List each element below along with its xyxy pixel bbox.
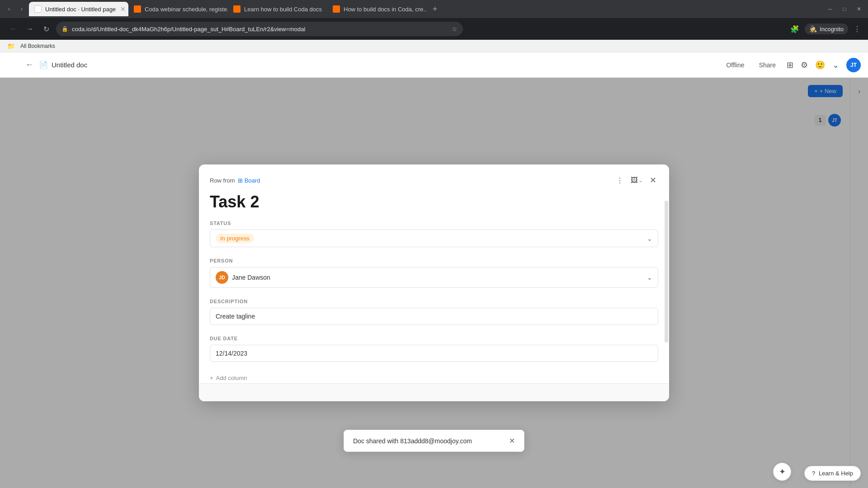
description-label: DESCRIPTION — [210, 299, 658, 304]
tab-2[interactable]: Coda webinar schedule, registe... ✕ — [128, 2, 228, 16]
modal-scrollbar[interactable] — [665, 201, 668, 343]
tab-1-label: Untitled doc · Untitled page — [45, 6, 116, 13]
maximize-button[interactable]: □ — [839, 4, 850, 14]
tab-3-favicon — [233, 5, 241, 13]
due-date-value: 12/14/2023 — [216, 350, 247, 357]
learn-help-label: Learn & Help — [819, 470, 853, 477]
tab-4[interactable]: How to build docs in Coda, cre... ✕ — [327, 2, 427, 16]
row-from-text: Row from — [210, 177, 235, 184]
ai-button[interactable]: ✦ — [773, 463, 791, 481]
bookmarks-icon: 📁 — [7, 42, 15, 50]
tab-nav-forward[interactable]: › — [16, 4, 27, 14]
modal-title-section: Task 2 — [199, 192, 669, 221]
doc-back-button[interactable]: ← — [25, 60, 33, 70]
tab-nav-back[interactable]: ‹ — [4, 4, 14, 14]
due-date-field[interactable]: 12/14/2023 — [210, 345, 658, 362]
status-badge: In progress — [216, 234, 254, 243]
incognito-badge: 🕵 Incognito — [805, 23, 848, 34]
person-field: JD Jane Dawson — [216, 271, 270, 284]
row-from-label: Row from ⊞ Board — [210, 177, 260, 184]
board-link-label: Board — [245, 177, 260, 184]
offline-button[interactable]: Offline — [722, 60, 748, 70]
toast-close-button[interactable]: ✕ — [509, 436, 515, 445]
header-chevron-icon[interactable]: ⌄ — [832, 60, 839, 70]
description-field-section: DESCRIPTION Create tagline — [210, 299, 658, 325]
url-bar[interactable]: 🔒 coda.io/d/Untitled-doc_dk4MaGh2h6p/Unt… — [56, 22, 463, 36]
emoji-icon[interactable]: 🙂 — [815, 60, 825, 70]
app-container: ← 📄 Untitled doc Offline Share ⊞ ⚙ 🙂 ⌄ J… — [0, 52, 868, 488]
person-field-section: PERSON JD Jane Dawson ⌄ — [210, 258, 658, 288]
description-field[interactable]: Create tagline — [210, 308, 658, 325]
share-button[interactable]: Share — [755, 60, 779, 70]
address-bar: ← → ↻ 🔒 coda.io/d/Untitled-doc_dk4MaGh2h… — [0, 18, 868, 40]
user-avatar[interactable]: JT — [846, 58, 861, 72]
modal-header: Row from ⊞ Board ⋮ 🖼 ⌄ ✕ — [199, 164, 669, 192]
tab-1-favicon — [34, 5, 42, 13]
board-link[interactable]: ⊞ Board — [238, 177, 260, 184]
row-detail-modal: Row from ⊞ Board ⋮ 🖼 ⌄ ✕ Task — [199, 164, 669, 401]
url-text: coda.io/d/Untitled-doc_dk4MaGh2h6p/Untit… — [72, 26, 448, 33]
modal-image-button[interactable]: 🖼 ⌄ — [629, 174, 644, 186]
person-chevron-icon: ⌄ — [647, 274, 652, 281]
description-value: Create tagline — [216, 313, 255, 320]
doc-header-right: Offline Share ⊞ ⚙ 🙂 ⌄ JT — [722, 58, 861, 72]
person-avatar: JD — [216, 271, 228, 284]
person-label: PERSON — [210, 258, 658, 263]
tab-1-close[interactable]: ✕ — [119, 5, 127, 14]
due-date-label: DUE DATE — [210, 336, 658, 341]
status-label: STATUS — [210, 221, 658, 226]
new-tab-button[interactable]: + — [429, 3, 441, 15]
browser-refresh-button[interactable]: ↻ — [40, 23, 52, 35]
modal-close-button[interactable]: ✕ — [648, 174, 658, 187]
browser-back-button[interactable]: ← — [7, 23, 20, 35]
tab-4-label: How to build docs in Coda, cre... — [344, 6, 427, 13]
toast-notification: Doc shared with 813addd8@moodjoy.com ✕ — [344, 430, 524, 452]
extensions-icon[interactable]: 🧩 — [790, 25, 799, 33]
ai-icon: ✦ — [779, 467, 786, 477]
settings-icon[interactable]: ⚙ — [801, 60, 808, 70]
learn-help-button[interactable]: ? Learn & Help — [804, 466, 861, 481]
browser-forward-button[interactable]: → — [24, 23, 36, 35]
person-dropdown[interactable]: JD Jane Dawson ⌄ — [210, 267, 658, 288]
tab-3-label: Learn how to build Coda docs — [244, 6, 322, 13]
modal-footer — [199, 383, 669, 401]
chrome-menu-icon[interactable]: ⋮ — [854, 25, 861, 33]
learn-help-icon: ? — [812, 470, 815, 477]
doc-header: ← 📄 Untitled doc Offline Share ⊞ ⚙ 🙂 ⌄ J… — [0, 52, 868, 78]
doc-title: Untitled doc — [52, 61, 87, 69]
status-dropdown[interactable]: In progress ⌄ — [210, 230, 658, 247]
bookmarks-bar: 📁 All Bookmarks — [0, 40, 868, 52]
doc-title-area: ← 📄 Untitled doc — [25, 60, 87, 70]
all-bookmarks-label: All Bookmarks — [20, 43, 55, 49]
incognito-icon: 🕵 — [809, 25, 817, 33]
tab-4-favicon — [333, 5, 340, 13]
close-window-button[interactable]: ✕ — [854, 4, 864, 14]
tab-1[interactable]: Untitled doc · Untitled page ✕ — [29, 2, 128, 16]
bookmark-star-icon[interactable]: ☆ — [452, 25, 458, 33]
all-bookmarks-item[interactable]: All Bookmarks — [17, 42, 59, 50]
add-column-button[interactable]: + Add column — [210, 373, 658, 383]
main-content: + + New 1 JT › Row from ⊞ Board — [0, 78, 868, 488]
person-name: Jane Dawson — [232, 274, 270, 281]
tab-2-favicon — [134, 5, 141, 13]
task-title[interactable]: Task 2 — [210, 192, 658, 211]
due-date-field-section: DUE DATE 12/14/2023 — [210, 336, 658, 362]
modal-body: STATUS In progress ⌄ PERSON JD Jane Daws… — [199, 221, 669, 383]
image-chevron: ⌄ — [639, 178, 642, 183]
status-field-section: STATUS In progress ⌄ — [210, 221, 658, 247]
tab-bar: ‹ › Untitled doc · Untitled page ✕ Coda … — [0, 0, 868, 18]
status-chevron-icon: ⌄ — [647, 235, 652, 242]
modal-actions: ⋮ 🖼 ⌄ ✕ — [614, 174, 658, 187]
modal-more-button[interactable]: ⋮ — [614, 174, 625, 187]
image-icon: 🖼 — [631, 176, 638, 184]
incognito-label: Incognito — [820, 26, 844, 33]
lock-icon: 🔒 — [61, 26, 68, 32]
tab-3[interactable]: Learn how to build Coda docs ✕ — [228, 2, 327, 16]
toast-message: Doc shared with 813addd8@moodjoy.com — [353, 437, 504, 445]
board-grid-icon: ⊞ — [238, 177, 243, 184]
minimize-button[interactable]: ─ — [825, 4, 835, 14]
tab-2-label: Coda webinar schedule, registe... — [145, 6, 228, 13]
add-column-label: Add column — [216, 375, 247, 381]
browser-chrome: ‹ › Untitled doc · Untitled page ✕ Coda … — [0, 0, 868, 52]
grid-icon[interactable]: ⊞ — [787, 60, 793, 70]
